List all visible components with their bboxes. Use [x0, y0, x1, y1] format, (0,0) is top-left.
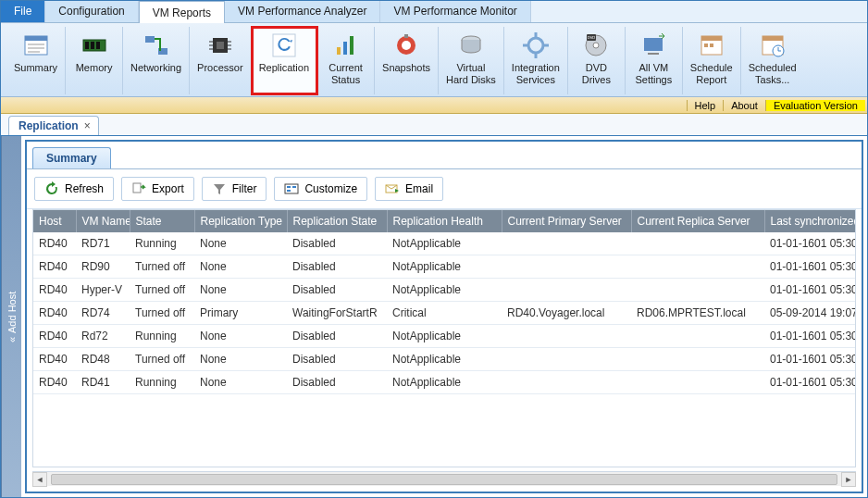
customize-button[interactable]: Customize — [274, 177, 367, 201]
ribbon-processor-button[interactable]: Processor — [190, 27, 252, 94]
table-row[interactable]: RD40Rd72RunningNoneDisabledNotApplicable… — [33, 325, 856, 348]
tasks-icon — [758, 31, 787, 60]
table-cell: RD40 — [33, 232, 76, 255]
replication-icon — [269, 31, 299, 60]
close-icon[interactable]: × — [84, 119, 91, 132]
table-cell: RD06.MPRTEST.local — [631, 302, 764, 325]
table-cell: Running — [130, 325, 194, 348]
table-cell: RD40 — [33, 279, 76, 302]
export-label: Export — [152, 182, 184, 195]
table-cell: 01-01-1601 05:30:00 — [764, 325, 856, 348]
networking-icon — [142, 31, 171, 60]
table-row[interactable]: RD40Hyper-VTurned offNoneDisabledNotAppl… — [33, 279, 856, 302]
scroll-left-arrow-icon[interactable]: ◄ — [32, 472, 47, 487]
ribbon-integration-label: Integration Services — [512, 62, 560, 85]
scroll-right-arrow-icon[interactable]: ► — [841, 472, 856, 487]
col-header[interactable]: Current Primary Server — [502, 210, 631, 232]
menu-configuration[interactable]: Configuration — [45, 0, 138, 22]
table-row[interactable]: RD40RD90Turned offNoneDisabledNotApplica… — [33, 255, 856, 279]
table-cell: None — [194, 325, 287, 348]
table-cell: 01-01-1601 05:30:00 — [764, 255, 856, 279]
menu-vm-reports[interactable]: VM Reports — [139, 1, 225, 23]
evaluation-version-label: Evaluation Version — [765, 100, 865, 111]
table-cell: Turned off — [130, 348, 194, 371]
table-row[interactable]: RD40RD48Turned offNoneDisabledNotApplica… — [33, 348, 856, 371]
export-icon — [131, 181, 146, 196]
refresh-button[interactable]: Refresh — [34, 177, 114, 201]
table-cell — [502, 325, 631, 348]
menu-vm-perf-monitor[interactable]: VM Performance Monitor — [380, 0, 530, 22]
menu-vm-perf-analyzer[interactable]: VM Performance Analyzer — [225, 0, 380, 22]
svg-rect-46 — [285, 184, 298, 193]
table-row[interactable]: RD40RD71RunningNoneDisabledNotApplicable… — [33, 232, 856, 255]
ribbon-integration-button[interactable]: Integration Services — [504, 27, 568, 94]
ribbon-virtual-hdd-label: Virtual Hard Disks — [446, 62, 496, 85]
table-cell: RD40 — [33, 348, 76, 371]
horizontal-scrollbar[interactable]: ◄ ► — [32, 471, 856, 486]
filter-button[interactable]: Filter — [202, 177, 267, 201]
svg-rect-37 — [648, 53, 659, 55]
table-cell: 01-01-1601 05:30:00 — [764, 279, 856, 302]
filter-label: Filter — [232, 182, 257, 195]
table-cell: Disabled — [287, 279, 387, 302]
menu-file[interactable]: File — [1, 0, 45, 22]
memory-icon — [80, 31, 109, 60]
ribbon-summary-button[interactable]: Summary — [6, 27, 66, 94]
table-cell: NotApplicable — [387, 371, 502, 394]
table-cell: RD41 — [76, 371, 130, 394]
ribbon-memory-button[interactable]: Memory — [66, 27, 123, 94]
svg-rect-1 — [25, 36, 47, 41]
export-button[interactable]: Export — [121, 177, 194, 201]
ribbon-scheduled-tasks-button[interactable]: Scheduled Tasks... — [741, 27, 804, 94]
col-header[interactable]: Host — [33, 210, 76, 232]
col-header[interactable]: Replication Type — [194, 210, 287, 232]
col-header[interactable]: VM Name — [76, 210, 130, 232]
svg-rect-47 — [287, 186, 291, 188]
ribbon-schedule-report-button[interactable]: Schedule Report — [683, 27, 741, 94]
ribbon-snapshots-button[interactable]: Snapshots — [375, 27, 439, 94]
email-button[interactable]: Email — [375, 177, 443, 201]
svg-point-33 — [593, 43, 599, 48]
col-header[interactable]: Last synchronized at — [764, 210, 856, 232]
svg-rect-49 — [292, 186, 296, 188]
table-cell — [502, 371, 631, 394]
table-cell: None — [194, 279, 287, 302]
inner-tab-summary[interactable]: Summary — [32, 147, 111, 168]
table-cell: WaitingForStartR — [287, 302, 387, 325]
scroll-thumb[interactable] — [51, 474, 837, 485]
svg-point-24 — [402, 41, 411, 50]
email-label: Email — [405, 182, 433, 195]
toolbar: Refresh Export Filter Customize Email — [27, 169, 862, 209]
table-row[interactable]: RD40RD74Turned offPrimaryWaitingForStart… — [33, 302, 856, 325]
add-host-sidebar[interactable]: « Add Host — [1, 136, 21, 497]
refresh-label: Refresh — [65, 182, 104, 195]
ribbon-replication-label: Replication — [259, 62, 309, 74]
table-cell: RD40.Voyager.local — [502, 302, 631, 325]
ribbon-all-vm-settings-button[interactable]: All VM Settings — [626, 27, 683, 94]
col-header[interactable]: Replication State — [287, 210, 387, 232]
ribbon-virtual-hdd-button[interactable]: Virtual Hard Disks — [439, 27, 504, 94]
svg-rect-20 — [337, 47, 341, 55]
about-link[interactable]: About — [723, 100, 765, 111]
svg-rect-6 — [85, 42, 89, 49]
table-cell: Hyper-V — [76, 279, 130, 302]
ribbon-dvd-drives-label: DVD Drives — [582, 62, 611, 85]
svg-rect-9 — [145, 36, 155, 43]
ribbon-dvd-drives-button[interactable]: DVDDVD Drives — [568, 27, 626, 94]
ribbon-networking-button[interactable]: Networking — [123, 27, 190, 94]
col-header[interactable]: State — [130, 210, 194, 232]
ribbon-current-status-button[interactable]: Current Status — [317, 27, 375, 94]
ribbon-scheduled-tasks-label: Scheduled Tasks... — [749, 62, 797, 85]
integration-icon — [521, 31, 551, 60]
ribbon-replication-button[interactable]: Replication — [252, 27, 317, 94]
page-tab-replication[interactable]: Replication × — [8, 116, 99, 135]
table-cell: Running — [130, 232, 194, 255]
help-link[interactable]: Help — [687, 100, 724, 111]
ribbon-networking-label: Networking — [130, 62, 181, 74]
table-row[interactable]: RD40RD41RunningNoneDisabledNotApplicable… — [33, 371, 856, 394]
col-header[interactable]: Current Replica Server — [631, 210, 764, 232]
processor-icon — [205, 31, 235, 60]
table-cell: Running — [130, 371, 194, 394]
col-header[interactable]: Replication Health — [387, 210, 502, 232]
refresh-icon — [44, 181, 59, 196]
